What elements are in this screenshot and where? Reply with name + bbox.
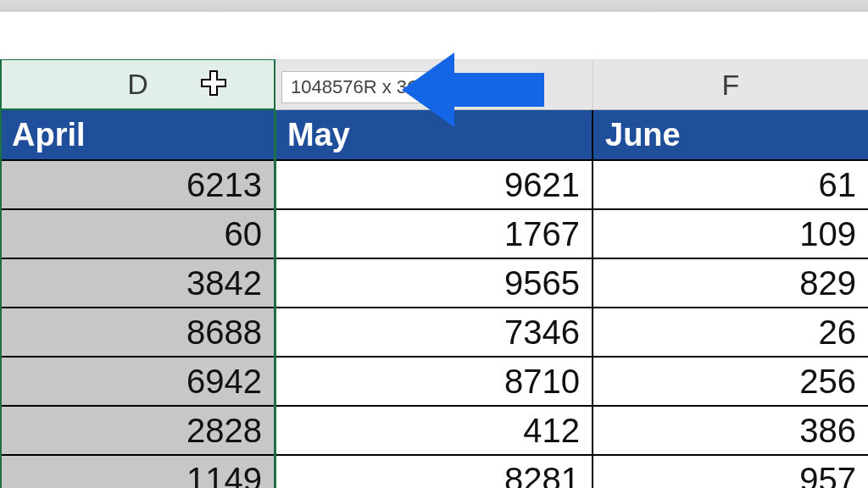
cell-value: 412 [523, 412, 580, 450]
cell[interactable]: 7346 [275, 308, 593, 358]
cell[interactable]: 9621 [275, 161, 593, 210]
spreadsheet-grid[interactable]: April May June 6213 9621 61 60 1767 109 … [0, 110, 868, 488]
cell-value: 8688 [186, 313, 262, 352]
cell-value: 957 [799, 461, 856, 489]
cell-value: 829 [799, 264, 856, 302]
cell[interactable]: 61 [593, 161, 868, 210]
column-letter: D [127, 68, 148, 101]
cell-value: 6213 [186, 166, 262, 204]
table-row: 2828 412 386 [0, 407, 868, 456]
cell-value: 8281 [504, 461, 580, 489]
header-cell-april[interactable]: April [0, 110, 275, 161]
header-label: June [605, 117, 681, 153]
cell[interactable]: 2828 [0, 407, 275, 456]
plus-cursor-icon [200, 69, 227, 97]
cell-value: 61 [819, 166, 857, 204]
header-label: May [287, 117, 350, 153]
excel-window: D E F 1048576R x 3C [0, 0, 868, 488]
cell[interactable]: 6942 [0, 358, 275, 407]
cell-value: 8710 [504, 363, 580, 401]
cell-value: 7346 [504, 313, 580, 352]
cell-value: 6942 [186, 363, 262, 401]
cell[interactable]: 8281 [275, 456, 593, 488]
title-bar [0, 0, 868, 13]
cell[interactable]: 256 [593, 358, 868, 407]
cell-value: 256 [799, 363, 856, 401]
cell[interactable]: 26 [593, 308, 868, 358]
table-row: 8688 7346 26 [0, 308, 868, 358]
column-header-F[interactable]: F [593, 59, 868, 110]
svg-rect-3 [203, 80, 225, 86]
cell-value: 9565 [504, 264, 580, 302]
cell-value: 1149 [186, 461, 262, 489]
cell[interactable]: 8688 [0, 308, 275, 358]
cell[interactable]: 3842 [0, 259, 275, 308]
cell-value: 109 [799, 215, 856, 253]
table-row: 60 1767 109 [0, 210, 868, 259]
cell[interactable]: 386 [593, 407, 868, 456]
column-header-D[interactable]: D [0, 59, 275, 110]
selection-edge [274, 110, 276, 488]
cell[interactable]: 829 [593, 259, 868, 308]
cell-value: 26 [819, 313, 857, 352]
table-row: 3842 9565 829 [0, 259, 868, 308]
table-row: 6942 8710 256 [0, 358, 868, 407]
cell[interactable]: 8710 [275, 358, 593, 407]
selection-edge [0, 110, 2, 488]
cell[interactable]: 60 [0, 210, 275, 259]
table-row: 6213 9621 61 [0, 161, 868, 210]
arrow-icon [402, 47, 546, 132]
cell[interactable]: 9565 [275, 259, 593, 308]
header-label: April [12, 117, 86, 153]
header-cell-june[interactable]: June [593, 110, 868, 161]
cell[interactable]: 1149 [0, 456, 275, 488]
cell[interactable]: 1767 [275, 210, 593, 259]
cell-value: 386 [799, 412, 856, 450]
table-row: 1149 8281 957 [0, 456, 868, 488]
cell[interactable]: 6213 [0, 161, 275, 210]
cell-value: 9621 [504, 166, 580, 204]
selection-size-label: 1048576R x 3C [291, 76, 420, 98]
cell[interactable]: 412 [275, 407, 593, 456]
cell[interactable]: 957 [593, 456, 868, 488]
svg-marker-4 [402, 53, 544, 127]
cell-value: 2828 [186, 412, 262, 450]
cell-value: 1767 [504, 215, 580, 253]
cell-value: 60 [225, 215, 263, 253]
column-letter: F [722, 69, 740, 102]
cell[interactable]: 109 [593, 210, 868, 259]
cell-value: 3842 [186, 264, 262, 302]
